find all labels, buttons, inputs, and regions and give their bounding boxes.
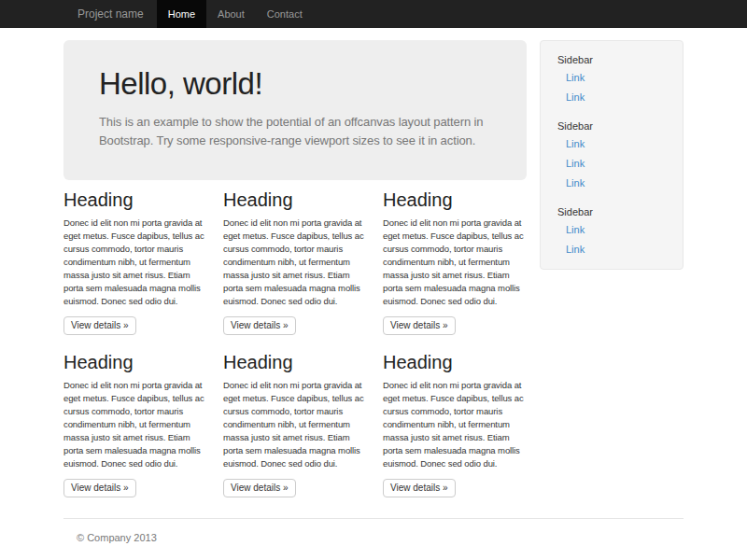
view-details-button[interactable]: View details » bbox=[223, 479, 296, 497]
main-column: Hello, world! This is an example to show… bbox=[63, 28, 527, 505]
card-heading: Heading bbox=[63, 352, 207, 373]
feature-card: Heading Donec id elit non mi porta gravi… bbox=[383, 180, 527, 343]
card-heading: Heading bbox=[223, 189, 367, 211]
sidebar-link[interactable]: Link bbox=[548, 68, 675, 88]
cards-row-1: Heading Donec id elit non mi porta gravi… bbox=[63, 180, 527, 343]
feature-card: Heading Donec id elit non mi porta gravi… bbox=[63, 343, 207, 505]
card-text: Donec id elit non mi porta gravida at eg… bbox=[63, 379, 207, 470]
view-details-button[interactable]: View details » bbox=[383, 316, 456, 335]
sidebar-link[interactable]: Link bbox=[548, 240, 675, 259]
sidebar-column: Sidebar Link Link Sidebar Link Link Link… bbox=[540, 28, 684, 505]
page-container: Hello, world! This is an example to show… bbox=[63, 28, 684, 543]
card-heading: Heading bbox=[223, 352, 367, 373]
footer: © Company 2013 bbox=[63, 518, 684, 543]
jumbotron: Hello, world! This is an example to show… bbox=[63, 40, 527, 180]
content-row: Hello, world! This is an example to show… bbox=[63, 28, 684, 505]
card-text: Donec id elit non mi porta gravida at eg… bbox=[383, 217, 527, 308]
card-text: Donec id elit non mi porta gravida at eg… bbox=[383, 379, 527, 470]
cards-row-2: Heading Donec id elit non mi porta gravi… bbox=[63, 343, 527, 505]
card-heading: Heading bbox=[63, 189, 207, 211]
nav-item-about[interactable]: About bbox=[206, 0, 256, 28]
sidebar-link[interactable]: Link bbox=[548, 154, 675, 174]
feature-card: Heading Donec id elit non mi porta gravi… bbox=[223, 343, 367, 505]
copyright-text: © Company 2013 bbox=[63, 532, 684, 543]
sidebar-group-header: Sidebar bbox=[548, 204, 675, 220]
feature-card: Heading Donec id elit non mi porta gravi… bbox=[383, 343, 527, 505]
view-details-button[interactable]: View details » bbox=[63, 479, 136, 497]
sidebar-group-2: Sidebar Link Link Link bbox=[548, 119, 675, 193]
sidebar-link[interactable]: Link bbox=[548, 88, 675, 107]
view-details-button[interactable]: View details » bbox=[223, 316, 296, 335]
navbar-inner: Project name Home About Contact bbox=[63, 0, 684, 28]
sidebar-link[interactable]: Link bbox=[548, 174, 675, 193]
navbar-brand[interactable]: Project name bbox=[63, 0, 157, 28]
sidebar-well: Sidebar Link Link Sidebar Link Link Link… bbox=[540, 40, 684, 270]
nav-item-contact[interactable]: Contact bbox=[256, 0, 314, 28]
sidebar-group-1: Sidebar Link Link bbox=[548, 52, 675, 107]
view-details-button[interactable]: View details » bbox=[383, 479, 456, 497]
sidebar-group-header: Sidebar bbox=[548, 52, 675, 68]
sidebar-link[interactable]: Link bbox=[548, 134, 675, 154]
card-text: Donec id elit non mi porta gravida at eg… bbox=[223, 379, 367, 470]
card-heading: Heading bbox=[383, 189, 527, 211]
sidebar-group-header: Sidebar bbox=[548, 119, 675, 134]
feature-card: Heading Donec id elit non mi porta gravi… bbox=[223, 180, 367, 343]
feature-card: Heading Donec id elit non mi porta gravi… bbox=[63, 180, 207, 343]
nav-item-home[interactable]: Home bbox=[157, 0, 206, 28]
card-text: Donec id elit non mi porta gravida at eg… bbox=[223, 217, 367, 308]
sidebar-link[interactable]: Link bbox=[548, 220, 675, 240]
navbar-nav: Home About Contact bbox=[157, 0, 314, 28]
view-details-button[interactable]: View details » bbox=[63, 316, 136, 335]
page-title: Hello, world! bbox=[99, 66, 491, 102]
navbar: Project name Home About Contact bbox=[0, 0, 747, 28]
jumbotron-text: This is an example to show the potential… bbox=[99, 113, 491, 150]
sidebar-group-3: Sidebar Link Link bbox=[548, 204, 675, 259]
card-heading: Heading bbox=[383, 352, 527, 373]
card-text: Donec id elit non mi porta gravida at eg… bbox=[63, 217, 207, 308]
footer-divider bbox=[63, 518, 684, 519]
